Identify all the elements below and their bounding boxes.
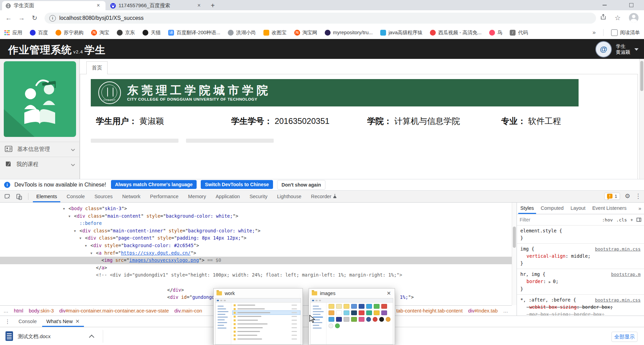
elements-scrollbar[interactable] [512,203,517,305]
devtools-tab-network[interactable]: Network [117,191,145,202]
css-property[interactable]: -webkit-box-sizing: border-box; [520,304,641,311]
share-icon[interactable] [600,14,606,22]
breadcrumb-item[interactable]: div#Index.tab [468,308,497,314]
styles-tab-styles[interactable]: Styles [517,203,537,214]
stylesheet-link[interactable]: bootstrap.min.css [595,245,641,253]
devtools-tab-lighthouse[interactable]: Lighthouse [272,191,306,202]
styles-tabs-overflow-icon[interactable]: » [636,205,644,211]
bookmark-star-icon[interactable]: ☆ [615,14,621,22]
devtools-tab-memory[interactable]: Memory [183,191,211,202]
issues-badge[interactable]: ! 1 [604,193,620,200]
css-rule[interactable]: img {bootstrap.min.cssvertical-align: mi… [517,244,644,269]
browser-profile-avatar[interactable] [629,13,639,23]
sidebar-item-basic-info[interactable]: 基本信息管理 [0,142,80,157]
devtools-settings-gear-icon[interactable]: ⚙ [625,192,630,200]
devtools-kebab-menu-icon[interactable]: ⋮ [635,192,641,200]
devtools-tab-elements[interactable]: Elements [32,191,62,202]
browser-tab-student-page[interactable]: 学生页面 × [2,1,106,10]
bookmark-item[interactable]: 改图宝 [263,29,287,36]
infobar-button-always-match-chrome-s-language[interactable]: Always match Chrome's language [111,180,197,189]
expand-arrow-icon[interactable]: ▼ [85,242,87,250]
window-minimize-button[interactable] [597,0,612,10]
stylesheet-link[interactable]: bootstrap.m [611,271,641,278]
dom-tree-line[interactable] [0,279,512,286]
bookmark-item[interactable]: myrepository/tru... [325,30,373,36]
tab-close-icon[interactable]: × [95,3,101,9]
page-scrollbar[interactable] [639,59,644,179]
styles-toggle-[interactable]: + [630,217,633,222]
taskbar-preview-work[interactable]: work [213,288,303,345]
bookmark-item[interactable]: 应用 [4,29,22,36]
reading-list-button[interactable]: 阅读清单 [611,29,640,36]
expand-arrow-icon[interactable]: ▼ [69,213,70,220]
expand-arrow-icon[interactable]: ▼ [90,250,92,257]
styles-tab-event-listeners[interactable]: Event Listeners [589,203,630,214]
devtools-tab-performance[interactable]: Performance [145,191,183,202]
dom-tree-line[interactable]: ▼<div class="main-content-inner" style="… [0,227,512,235]
bookmark-item[interactable]: 京东 [117,29,135,36]
bookmark-item[interactable]: 西瓜视频 - 高清免... [430,29,481,36]
bookmarks-overflow-icon[interactable]: » [593,29,596,36]
devtools-tab-console[interactable]: Console [62,191,89,202]
url-omnibox[interactable]: i localhost:8080/bysj01/XS_success [45,13,596,24]
bookmark-item[interactable]: 淘淘宝网 [294,29,318,36]
browser-tab-baidu-search[interactable]: 1174557966_百度搜索 × [107,1,206,10]
drawer-kebab-menu-icon[interactable]: ⋮ [5,318,10,325]
bookmark-item[interactable]: 苏宁易购 [55,29,84,36]
expand-arrow-icon[interactable]: ▼ [79,235,81,242]
user-menu[interactable]: @ 学生 黄淑颖 [595,41,639,58]
css-rule[interactable]: hr, img {bootstrap.mborder: ▶ 0;} [517,269,644,295]
reload-button[interactable]: ↻ [29,13,40,23]
css-property[interactable]: border: ▶ 0; [520,278,641,285]
bookmark-item[interactable]: 译百度翻译-200种语... [168,29,220,36]
computed-sidebar-icon[interactable] [636,217,641,222]
drawer-tab-what-s-new[interactable]: What's New✕ [41,316,84,327]
window-restore-button[interactable] [623,0,639,10]
styles-tab-computed[interactable]: Computed [537,203,567,214]
bookmark-item[interactable]: 鸟 [489,29,503,36]
dom-tree-line[interactable]: ▼<a href="https://csxy.dgut.edu.cn/"> [0,250,512,257]
bookmark-item[interactable]: java高级程序猿 [380,29,422,36]
breadcrumb-overflow-icon[interactable]: … [3,308,9,314]
devtools-tab-security[interactable]: Security [245,191,272,202]
sidebar-item-my-courses[interactable]: 我的课程 [0,157,80,172]
expand-arrow-icon[interactable]: ▼ [74,228,76,235]
styles-toggle-hov[interactable]: :hov [602,217,613,222]
breadcrumb-item[interactable]: div.main-con [174,308,202,314]
bookmark-item[interactable]: 洪湖小尚 [228,29,256,36]
devtools-tab-application[interactable]: Application [211,191,245,202]
preview-close-icon[interactable]: ✕ [386,290,392,296]
inspect-element-icon[interactable] [3,193,12,201]
bookmark-item[interactable]: 百度 [30,29,48,36]
dom-tree-line[interactable]: </a> [0,264,512,272]
breadcrumb-item[interactable]: div#main-container.main-container.ace-sa… [59,308,169,314]
styles-filter-input[interactable]: Filter [520,217,599,222]
css-property[interactable]: vertical-align: middle; [520,253,641,260]
back-button[interactable]: ← [3,13,14,23]
dom-tree-line[interactable]: <!-- <div id="gundongdiv1" style="height… [0,271,512,279]
taskbar-preview-images[interactable]: images ✕ [309,288,395,345]
new-tab-button[interactable]: + [208,1,217,10]
breadcrumb-item[interactable]: tab-content-height.tab-content [396,308,462,314]
css-rule[interactable]: *, :after, :before {bootstrap.min.css-we… [517,295,644,316]
devtools-tab-sources[interactable]: Sources [90,191,117,202]
css-property[interactable]: -moz-box-sizing: border-box; [520,311,641,316]
tab-home[interactable]: 首页 [86,61,108,74]
bookmark-item[interactable]: /代码 [510,29,528,36]
device-toolbar-icon[interactable] [15,193,23,201]
drawer-tab-console[interactable]: Console [14,316,41,327]
styles-tab-layout[interactable]: Layout [567,203,589,214]
dom-tree-line[interactable]: <img src="images/shouyecsxylogo.png"> ==… [0,257,512,264]
css-rule[interactable]: element.style {} [517,226,644,244]
dom-tree-line[interactable]: ▼<div style="background-color: #2c6545"> [0,242,512,250]
dom-tree-line[interactable]: ::before [0,220,512,227]
site-info-icon[interactable]: i [49,15,56,22]
bookmark-item[interactable]: 天猫 [143,29,161,36]
show-all-downloads-button[interactable]: 全部显示 [611,332,637,342]
devtools-tab-recorder[interactable]: Recorder [306,191,342,202]
breadcrumb-item[interactable]: html [14,308,23,314]
forward-button[interactable]: → [16,13,27,23]
download-expand-icon[interactable] [89,335,95,340]
tab-close-icon[interactable]: × [196,3,202,9]
breadcrumb-item[interactable]: body.skin-3 [29,308,54,314]
